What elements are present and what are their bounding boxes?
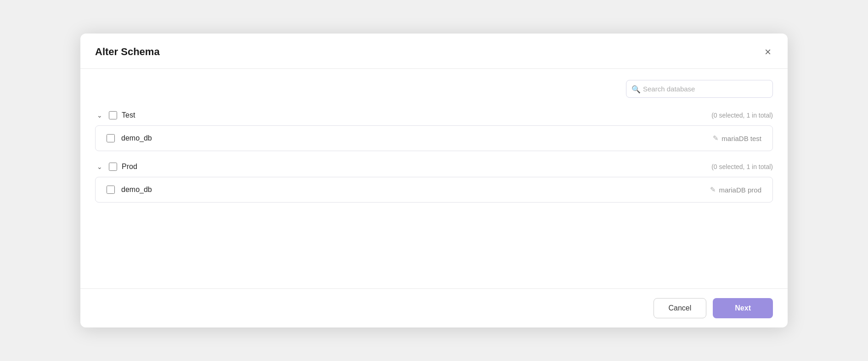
db-item-name-prod-1: demo_db bbox=[121, 186, 152, 194]
modal-header: Alter Schema × bbox=[80, 34, 788, 69]
db-item-checkbox-test-1[interactable] bbox=[107, 134, 115, 142]
db-item-left-prod-1: demo_db bbox=[107, 186, 152, 194]
group-section-test: ⌄ Test (0 selected, 1 in total) demo_db … bbox=[95, 111, 773, 151]
group-label-test: Test bbox=[122, 111, 135, 119]
db-item-left-test-1: demo_db bbox=[107, 134, 152, 142]
cancel-button[interactable]: Cancel bbox=[654, 298, 707, 318]
next-button[interactable]: Next bbox=[713, 298, 773, 318]
modal-title: Alter Schema bbox=[95, 46, 160, 58]
group-section-prod: ⌄ Prod (0 selected, 1 in total) demo_db … bbox=[95, 162, 773, 203]
search-icon: 🔍 bbox=[631, 85, 641, 93]
alter-schema-modal: Alter Schema × 🔍 ⌄ Test (0 selected, 1 i… bbox=[80, 34, 788, 327]
group-checkbox-test[interactable] bbox=[109, 111, 117, 119]
group-header-test: ⌄ Test (0 selected, 1 in total) bbox=[95, 111, 773, 120]
search-bar-row: 🔍 bbox=[95, 80, 773, 98]
db-item-name-test-1: demo_db bbox=[121, 134, 152, 142]
db-type-icon-test-1: ✎ bbox=[713, 134, 719, 142]
chevron-down-icon-prod[interactable]: ⌄ bbox=[95, 162, 104, 171]
db-type-icon-prod-1: ✎ bbox=[710, 186, 716, 194]
search-wrapper: 🔍 bbox=[626, 80, 773, 98]
db-type-label-prod-1: mariaDB prod bbox=[719, 186, 761, 194]
db-item-card-prod-1: demo_db ✎ mariaDB prod bbox=[95, 177, 773, 203]
search-input[interactable] bbox=[626, 80, 773, 98]
db-type-label-test-1: mariaDB test bbox=[721, 135, 761, 142]
group-count-test: (0 selected, 1 in total) bbox=[711, 112, 773, 119]
modal-body: 🔍 ⌄ Test (0 selected, 1 in total) demo_d… bbox=[80, 69, 788, 288]
chevron-down-icon-test[interactable]: ⌄ bbox=[95, 111, 104, 120]
close-button[interactable]: × bbox=[763, 45, 773, 59]
db-item-card-test-1: demo_db ✎ mariaDB test bbox=[95, 125, 773, 151]
db-item-checkbox-prod-1[interactable] bbox=[107, 186, 115, 194]
modal-footer: Cancel Next bbox=[80, 288, 788, 327]
db-item-right-test-1: ✎ mariaDB test bbox=[713, 134, 761, 142]
group-header-left-test: ⌄ Test bbox=[95, 111, 135, 120]
group-header-prod: ⌄ Prod (0 selected, 1 in total) bbox=[95, 162, 773, 171]
group-header-left-prod: ⌄ Prod bbox=[95, 162, 137, 171]
group-checkbox-prod[interactable] bbox=[109, 163, 117, 171]
group-count-prod: (0 selected, 1 in total) bbox=[711, 163, 773, 170]
group-label-prod: Prod bbox=[122, 163, 137, 171]
db-item-right-prod-1: ✎ mariaDB prod bbox=[710, 186, 761, 194]
